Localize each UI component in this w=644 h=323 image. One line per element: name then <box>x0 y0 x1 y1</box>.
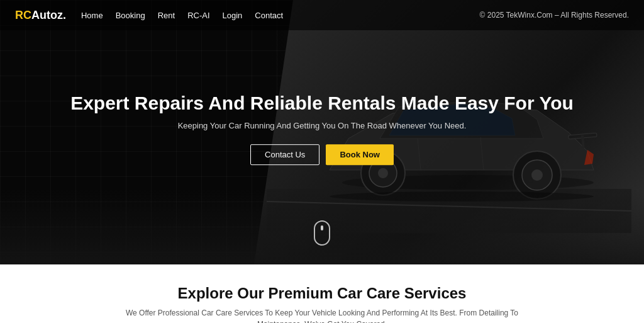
scroll-indicator <box>314 220 330 246</box>
services-subtitle: We Offer Professional Car Care Services … <box>108 307 536 323</box>
scroll-dot <box>321 225 323 230</box>
site-logo[interactable]: RCAutoz. <box>15 9 66 22</box>
hero-buttons: Contact Us Book Now <box>13 144 631 165</box>
book-now-button[interactable]: Book Now <box>326 144 394 165</box>
nav-links: Home Booking Rent RC-AI Login Contact <box>81 9 283 21</box>
services-title: Explore Our Premium Car Care Services <box>25 285 619 302</box>
svg-point-8 <box>531 169 543 181</box>
contact-us-button[interactable]: Contact Us <box>250 144 319 165</box>
copyright-text: © 2025 TekWinx.Com – All Rights Reserved… <box>480 11 629 20</box>
navbar: RCAutoz. Home Booking Rent RC-AI Login C… <box>0 0 644 30</box>
svg-point-5 <box>378 168 388 178</box>
logo-autoz: Autoz. <box>31 9 66 21</box>
hero-section: Expert Repairs And Reliable Rentals Made… <box>0 0 644 264</box>
nav-rcai[interactable]: RC-AI <box>187 11 209 20</box>
hero-subtitle: Keeping Your Car Running And Getting You… <box>13 121 631 130</box>
hero-content: Expert Repairs And Reliable Rentals Made… <box>0 92 644 165</box>
nav-rent[interactable]: Rent <box>158 11 175 20</box>
hero-title: Expert Repairs And Reliable Rentals Made… <box>13 92 631 115</box>
nav-booking[interactable]: Booking <box>116 11 145 20</box>
scroll-mouse-icon <box>314 220 330 246</box>
nav-contact[interactable]: Contact <box>255 11 283 20</box>
nav-login[interactable]: Login <box>223 11 243 20</box>
services-section: Explore Our Premium Car Care Services We… <box>0 264 644 323</box>
logo-rc: RC <box>15 9 31 21</box>
nav-home[interactable]: Home <box>81 11 103 20</box>
